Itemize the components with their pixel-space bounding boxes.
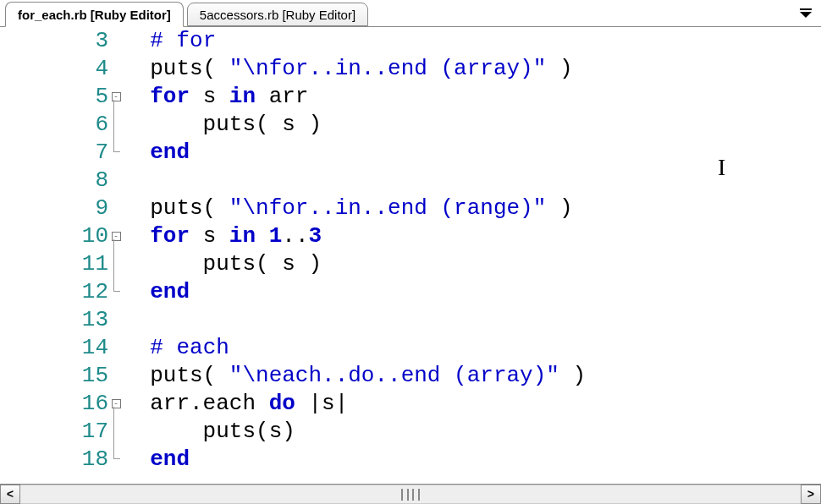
code-line[interactable]: puts( "\nfor..in..end (array)" ) <box>124 55 586 83</box>
code-line[interactable]: for s in 1..3 <box>124 222 586 250</box>
tab-label: 5accessors.rb [Ruby Editor] <box>200 8 355 22</box>
code-line[interactable] <box>124 306 586 334</box>
tab-overflow-menu-icon[interactable] <box>797 5 814 20</box>
code-line[interactable]: puts( "\neach..do..end (array)" ) <box>124 362 586 390</box>
fold-gutter[interactable]: - <box>108 390 124 418</box>
line-number: 17 <box>0 418 108 446</box>
code-line[interactable]: end <box>124 446 586 474</box>
line-number: 18 <box>0 446 108 474</box>
fold-gutter[interactable]: - <box>108 83 124 111</box>
code-line[interactable]: # for <box>124 27 586 55</box>
tab-bar: for_each.rb [Ruby Editor] 5accessors.rb … <box>0 0 821 27</box>
code-line[interactable]: for s in arr <box>124 83 586 111</box>
fold-gutter <box>108 446 124 474</box>
fold-gutter <box>108 111 124 139</box>
tab-for-each[interactable]: for_each.rb [Ruby Editor] <box>5 2 184 27</box>
fold-gutter <box>108 418 124 446</box>
scroll-track[interactable] <box>20 485 801 504</box>
code-line[interactable]: puts( s ) <box>124 111 586 139</box>
line-number: 15 <box>0 362 108 390</box>
horizontal-scrollbar[interactable]: < > <box>0 484 821 504</box>
line-number: 10 <box>0 222 108 250</box>
fold-gutter <box>108 55 124 83</box>
fold-gutter <box>108 334 124 362</box>
fold-gutter <box>108 278 124 306</box>
code-line[interactable]: # each <box>124 334 586 362</box>
line-number: 16 <box>0 390 108 418</box>
scroll-right-button[interactable]: > <box>801 485 821 504</box>
chevron-right-icon: > <box>807 488 814 501</box>
line-number: 5 <box>0 83 108 111</box>
fold-gutter[interactable]: - <box>108 222 124 250</box>
line-number: 8 <box>0 167 108 194</box>
line-number: 13 <box>0 306 108 334</box>
line-number: 3 <box>0 27 108 55</box>
code-line[interactable]: arr.each do |s| <box>124 390 586 418</box>
code-line[interactable]: puts( "\nfor..in..end (range)" ) <box>124 194 586 222</box>
code-line[interactable]: puts(s) <box>124 418 586 446</box>
chevron-left-icon: < <box>7 488 14 501</box>
line-number: 4 <box>0 55 108 83</box>
scroll-left-button[interactable]: < <box>0 485 20 504</box>
tab-label: for_each.rb [Ruby Editor] <box>18 8 171 22</box>
code-editor[interactable]: 3 # for4 puts( "\nfor..in..end (array)" … <box>0 27 821 482</box>
code-line[interactable]: puts( s ) <box>124 250 586 278</box>
line-number: 9 <box>0 194 108 222</box>
fold-gutter <box>108 27 124 55</box>
fold-gutter <box>108 167 124 194</box>
fold-gutter <box>108 250 124 278</box>
fold-gutter <box>108 194 124 222</box>
tab-5accessors[interactable]: 5accessors.rb [Ruby Editor] <box>187 3 368 26</box>
text-caret: I <box>718 154 733 178</box>
code-line[interactable] <box>124 167 586 194</box>
line-number: 14 <box>0 334 108 362</box>
line-number: 7 <box>0 139 108 167</box>
scroll-grip-icon <box>401 489 420 501</box>
code-line[interactable]: end <box>124 278 586 306</box>
fold-gutter <box>108 306 124 334</box>
fold-gutter <box>108 362 124 390</box>
code-line[interactable]: end <box>124 139 586 167</box>
line-number: 11 <box>0 250 108 278</box>
line-number: 6 <box>0 111 108 139</box>
fold-gutter <box>108 139 124 167</box>
line-number: 12 <box>0 278 108 306</box>
